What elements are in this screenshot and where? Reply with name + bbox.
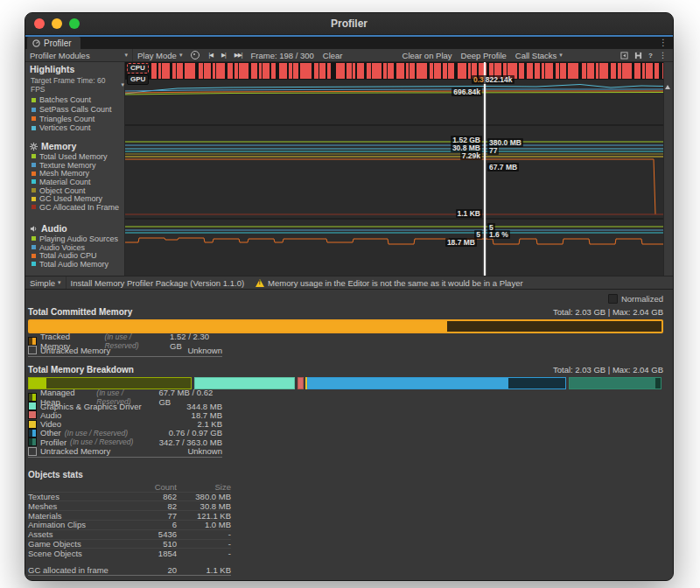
normalized-row: Normalized	[28, 290, 663, 307]
table-row[interactable]: Game Objects510-	[28, 539, 231, 549]
breakdown-segment[interactable]	[569, 377, 662, 389]
legend-item[interactable]: Total Audio Memory	[25, 260, 124, 269]
legend-swatch-icon	[28, 402, 37, 410]
legend-item[interactable]: Triangles Count	[25, 114, 124, 123]
table-row[interactable]: Scene Objects1854-	[28, 548, 231, 557]
legend-item-label: SetPass Calls Count	[39, 105, 112, 114]
close-window-icon[interactable]	[34, 18, 45, 29]
memory-view-dropdown[interactable]: Simple ▾	[25, 276, 66, 289]
legend-swatch-icon	[32, 163, 36, 167]
chart-scrollbar[interactable]	[663, 62, 672, 276]
legend-item[interactable]: Batches Count	[25, 95, 124, 105]
legend-row[interactable]: Video2.1 KB	[28, 419, 222, 428]
install-memory-profiler-button[interactable]: Install Memory Profiler Package (Version…	[66, 276, 249, 289]
legend-item[interactable]: Vertices Count	[25, 123, 124, 133]
committed-memory-title: Total Committed Memory	[28, 307, 132, 317]
legend-item[interactable]: Audio Voices	[25, 243, 124, 252]
legend-row-note: (In use / Reserved)	[104, 332, 166, 350]
table-row[interactable]: Assets5436-	[28, 529, 231, 539]
record-button[interactable]	[186, 49, 204, 61]
minimize-window-icon[interactable]	[52, 18, 62, 29]
legend-item[interactable]: Total Used Memory	[25, 152, 124, 161]
legend-item-label: Vertices Count	[39, 123, 91, 132]
legend-swatch-icon	[28, 420, 37, 429]
legend-item[interactable]: GC Allocated In Frame	[25, 203, 124, 212]
tab-profiler[interactable]: Profiler	[27, 37, 80, 49]
legend-row[interactable]: Other(In use / Reserved)0.76 / 0.97 GB	[28, 429, 222, 438]
sidebar-module-memory[interactable]: MemoryTotal Used MemoryTexture MemoryMes…	[25, 139, 124, 212]
call-stacks-dropdown[interactable]: Call Stacks ▾	[511, 49, 567, 61]
legend-item-label: Texture Memory	[39, 161, 96, 170]
gpu-chip[interactable]: GPU	[127, 74, 149, 85]
memory-breakdown-totals: Total: 2.03 GB | Max: 2.04 GB	[553, 365, 663, 374]
object-count-value: 862	[133, 492, 177, 501]
clear-on-play-toggle[interactable]: Clear on Play	[398, 49, 457, 61]
memory-module-toolbar: Simple ▾ Install Memory Profiler Package…	[25, 276, 673, 290]
legend-item[interactable]: Material Count	[25, 178, 124, 186]
legend-item[interactable]: GC Used Memory	[25, 194, 124, 203]
legend-item[interactable]: SetPass Calls Count	[25, 105, 124, 115]
previous-frame-button[interactable]: |◀	[204, 49, 217, 61]
memory-breakdown-title: Total Memory Breakdown	[28, 365, 134, 374]
legend-item[interactable]: Object Count	[25, 186, 124, 195]
tab-menu-kebab-icon[interactable]: ⋮	[654, 35, 673, 49]
object-type-label: Textures	[28, 492, 133, 501]
chevron-down-icon: ▾	[559, 52, 563, 59]
legend-row[interactable]: Managed Heap(In use / Reserved)67.7 MB /…	[28, 393, 222, 402]
legend-item-label: GC Allocated In Frame	[39, 203, 119, 212]
object-type-label: Meshes	[28, 501, 133, 511]
committed-memory-bar[interactable]	[28, 319, 663, 333]
gc-allocated-row: GC allocated in frame201.1 KB	[28, 565, 231, 574]
sidebar-module-audio[interactable]: AudioPlaying Audio SourcesAudio VoicesTo…	[25, 221, 124, 269]
frame-counter: Frame: 198 / 300	[246, 49, 318, 61]
table-row[interactable]: Animation Clips61.0 MB	[28, 520, 231, 529]
legend-item[interactable]: Total Audio CPU	[25, 251, 124, 260]
module-separator	[125, 124, 663, 126]
save-profile-icon[interactable]	[634, 52, 642, 60]
legend-swatch-icon	[32, 188, 36, 192]
chart-scroll-handle-icon[interactable]	[665, 85, 670, 89]
help-icon[interactable]: ?	[648, 52, 653, 60]
profiler-modules-dropdown[interactable]: Profiler Modules ▾	[25, 49, 132, 61]
record-icon	[191, 51, 200, 60]
target-frame-time-dropdown[interactable]: Target Frame Time: 60 FPS▾	[25, 75, 124, 95]
profiler-toolbar: Profiler Modules ▾ Play Mode ▾ |◀ ▶| ▶▶|…	[25, 49, 673, 62]
clear-button[interactable]: Clear	[318, 49, 347, 61]
memory-breakdown-bar[interactable]	[28, 377, 663, 389]
legend-swatch-icon	[28, 447, 37, 456]
table-row[interactable]: Textures862380.0 MB	[28, 492, 231, 501]
kebab-menu-icon[interactable]: ⋮	[659, 51, 667, 60]
speaker-icon	[30, 225, 38, 233]
legend-row[interactable]: Graphics & Graphics Driver344.8 MB	[28, 402, 222, 410]
breakdown-segment[interactable]	[298, 377, 304, 389]
sidebar-module-highlights[interactable]: HighlightsTarget Frame Time: 60 FPS▾Batc…	[25, 62, 124, 133]
table-row[interactable]: Meshes8230.8 MB	[28, 500, 231, 510]
breakdown-segment[interactable]	[307, 377, 566, 389]
current-frame-button[interactable]: ▶▶|	[230, 49, 247, 61]
objects-stats-title: Objects stats	[28, 470, 231, 482]
legend-row[interactable]: Profiler(In use / Reserved)342.7 / 363.0…	[28, 438, 222, 446]
legend-swatch-icon	[28, 346, 37, 354]
maximize-window-icon[interactable]	[69, 18, 80, 29]
chart-value-label: 0.3822.14k	[472, 75, 514, 84]
legend-item[interactable]: Mesh Memory	[25, 169, 124, 178]
legend-row-note: (In use / Reserved)	[65, 429, 128, 438]
normalized-checkbox[interactable]	[608, 294, 618, 304]
play-mode-label: Play Mode	[137, 51, 177, 60]
cpu-chip[interactable]: CPU	[127, 63, 149, 74]
chart-value-label: 696.84k	[452, 88, 482, 96]
deep-profile-toggle[interactable]: Deep Profile	[457, 49, 511, 61]
load-profile-icon[interactable]	[620, 52, 628, 60]
play-mode-dropdown[interactable]: Play Mode ▾	[133, 49, 186, 61]
legend-row[interactable]: Tracked Memory(In use / Reserved)1.52 / …	[28, 337, 222, 346]
legend-item[interactable]: Playing Audio Sources	[25, 234, 124, 243]
selected-frame-line[interactable]	[484, 62, 486, 276]
legend-item[interactable]: Texture Memory	[25, 161, 124, 170]
next-frame-button[interactable]: ▶|	[217, 49, 230, 61]
legend-row[interactable]: Untracked MemoryUnknown	[28, 446, 222, 455]
window-titlebar[interactable]: Profiler	[25, 13, 673, 35]
legend-row[interactable]: Audio18.7 MB	[28, 410, 222, 419]
chart-canvas[interactable]: CPU GPU 0.3822.14k696.84k1.52 GB380.0 MB…	[125, 62, 663, 276]
tab-bar: Profiler ⋮	[25, 35, 673, 49]
table-row[interactable]: Materials77121.1 KB	[28, 510, 231, 520]
